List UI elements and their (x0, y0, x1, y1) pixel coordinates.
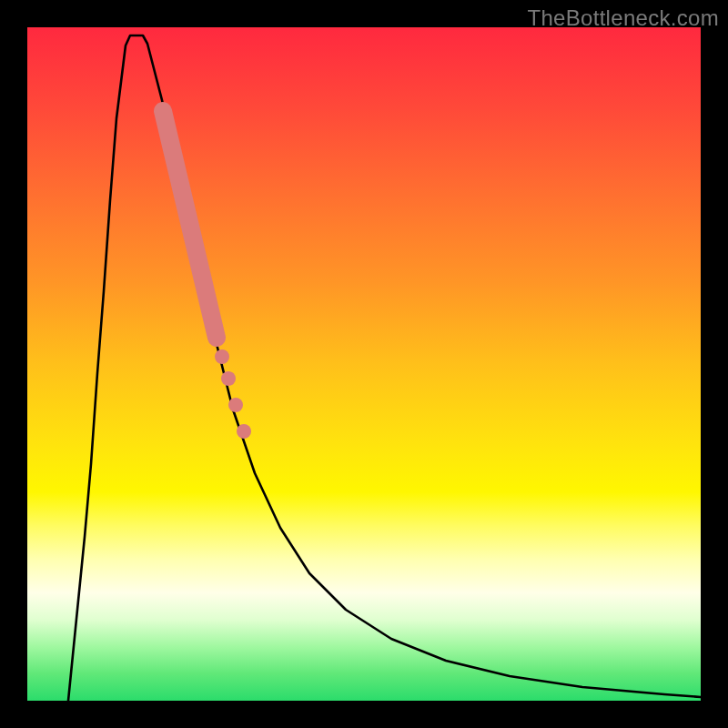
highlight-dot (215, 349, 229, 364)
watermark-text: TheBottleneck.com (527, 5, 719, 31)
highlight-dot (228, 398, 243, 412)
plot-svg (27, 27, 701, 701)
highlight-dot (237, 424, 251, 439)
highlight-dot (221, 371, 236, 386)
chart-frame: TheBottleneck.com (0, 0, 728, 728)
plot-gradient-background (27, 27, 701, 701)
highlight-dot-band (163, 111, 251, 439)
highlight-thick-segment (163, 111, 217, 338)
